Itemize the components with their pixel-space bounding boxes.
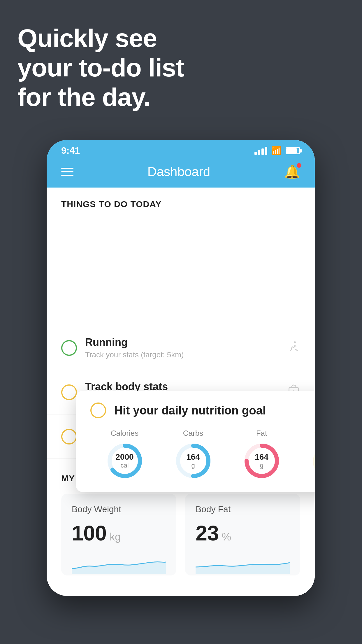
nutrition-row: Calories 2000 cal Carbs xyxy=(90,429,315,480)
nutrition-carbs: Carbs 164 g xyxy=(174,429,212,480)
body-fat-value: 23 % xyxy=(196,521,290,545)
carbs-donut: 164 g xyxy=(174,442,212,480)
todo-running[interactable]: Running Track your stats (target: 5km) xyxy=(47,326,315,370)
nutrition-card: Hit your daily nutrition goal Calories 2… xyxy=(76,391,315,492)
progress-photos-checkbox[interactable] xyxy=(61,429,77,444)
protein-label: ★ Protein xyxy=(314,429,315,438)
nutrition-checkbox[interactable] xyxy=(90,402,106,418)
nutrition-fat: Fat 164 g xyxy=(243,429,281,480)
signal-icon xyxy=(254,147,267,155)
menu-icon[interactable] xyxy=(61,168,73,176)
body-weight-card: Body Weight 100 kg xyxy=(61,494,176,575)
notification-icon[interactable]: 🔔 xyxy=(284,164,300,179)
calories-label: Calories xyxy=(111,429,138,438)
running-icon xyxy=(287,340,300,356)
things-to-do-header: THINGS TO DO TODAY xyxy=(47,188,315,215)
carbs-label: Carbs xyxy=(183,429,203,438)
body-fat-unit: % xyxy=(222,531,231,543)
running-title: Running xyxy=(85,336,279,349)
body-weight-sparkline xyxy=(72,554,166,574)
body-stats-checkbox[interactable] xyxy=(61,384,77,400)
body-weight-label: Body Weight xyxy=(72,504,166,514)
status-time: 9:41 xyxy=(61,145,80,156)
calories-donut: 2000 cal xyxy=(106,442,144,480)
fat-label: Fat xyxy=(256,429,267,438)
body-weight-value: 100 kg xyxy=(72,521,166,545)
fat-donut: 164 g xyxy=(243,442,281,480)
nutrition-protein: ★ Protein 164 g xyxy=(311,429,315,480)
protein-donut: 164 g xyxy=(311,442,315,480)
phone-mockup: 9:41 📶 Dashboard 🔔 THINGS TO DO TOD xyxy=(47,140,315,596)
body-fat-card: Body Fat 23 % xyxy=(185,494,300,575)
body-weight-unit: kg xyxy=(110,531,121,543)
running-content: Running Track your stats (target: 5km) xyxy=(85,336,279,359)
nav-bar: Dashboard 🔔 xyxy=(47,158,315,188)
wifi-icon: 📶 xyxy=(271,146,282,155)
running-subtitle: Track your stats (target: 5km) xyxy=(85,350,279,359)
nutrition-card-title: Hit your daily nutrition goal xyxy=(114,404,266,417)
body-fat-sparkline xyxy=(196,554,290,574)
notification-dot xyxy=(297,163,301,168)
headline: Quickly see your to-do list for the day. xyxy=(17,23,184,112)
phone-content: THINGS TO DO TODAY Hit your daily nutrit… xyxy=(47,188,315,596)
body-fat-number: 23 xyxy=(196,521,219,545)
body-weight-number: 100 xyxy=(72,521,107,545)
running-checkbox[interactable] xyxy=(61,340,77,356)
body-fat-label: Body Fat xyxy=(196,504,290,514)
status-icons: 📶 xyxy=(254,146,300,155)
star-icon: ★ xyxy=(314,429,315,438)
battery-icon xyxy=(286,147,300,154)
progress-cards: Body Weight 100 kg Body Fat 23 % xyxy=(61,494,300,575)
nav-title: Dashboard xyxy=(147,164,210,179)
nutrition-calories: Calories 2000 cal xyxy=(106,429,144,480)
status-bar: 9:41 📶 xyxy=(47,140,315,158)
